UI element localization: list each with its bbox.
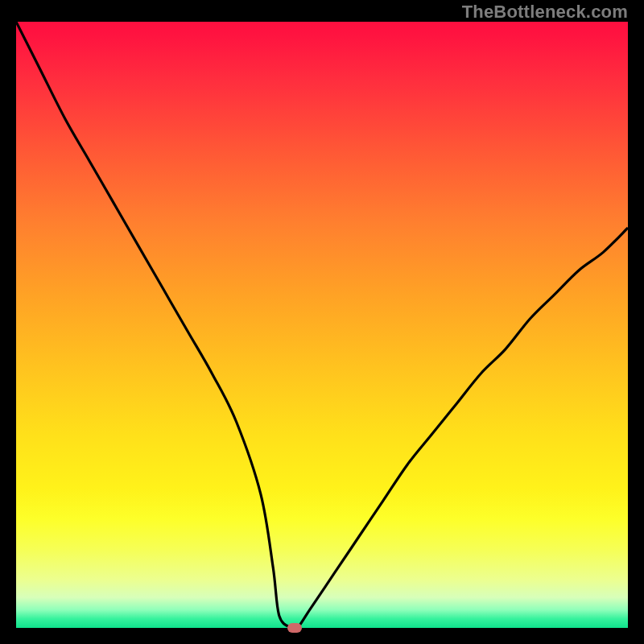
attribution-label: TheBottleneck.com (462, 2, 628, 23)
curve-path (16, 22, 628, 628)
plot-area (16, 22, 628, 628)
chart-frame: TheBottleneck.com (0, 0, 644, 644)
bottleneck-curve (16, 22, 628, 628)
optimal-point-marker (287, 623, 302, 633)
